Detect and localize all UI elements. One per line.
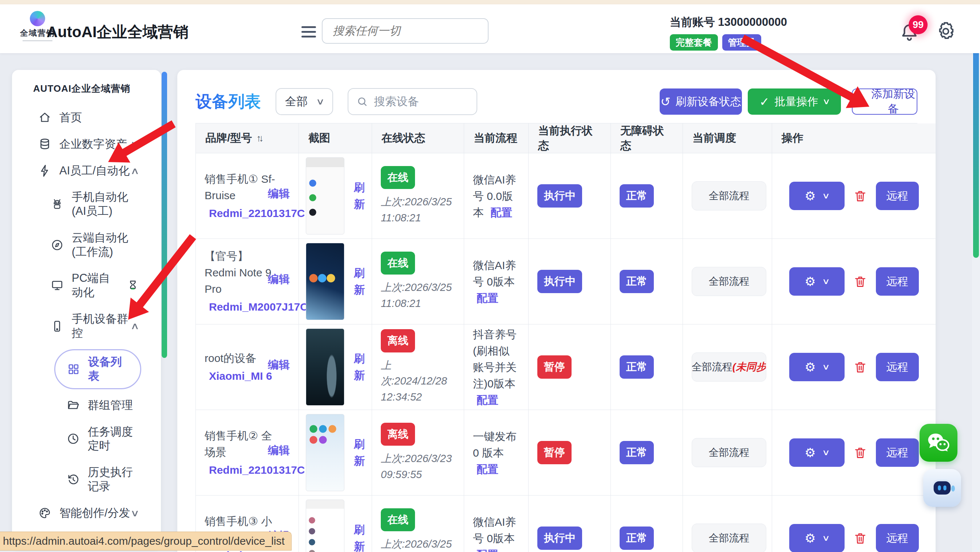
device-brand-cell: 【官号】Redmi Note 9 Pro编辑 Redmi_M2007J17C: [196, 239, 299, 325]
device-brand-cell: root的设备编辑 Xiaomi_MI 6: [196, 325, 299, 410]
configure-flow-link[interactable]: 配置: [477, 394, 498, 406]
schedule-cell: 全部流程: [683, 239, 772, 325]
device-settings-dropdown[interactable]: ⚙∨: [789, 438, 845, 467]
notifications-bell-icon[interactable]: 99: [899, 22, 920, 43]
schedule-select[interactable]: 全部流程: [692, 181, 766, 210]
column-header: 在线状态: [372, 123, 464, 153]
delete-device-icon[interactable]: [853, 360, 867, 375]
sidebar-scrollbar[interactable]: [162, 72, 167, 358]
gear-icon: ⚙: [805, 274, 815, 289]
device-screenshot[interactable]: [306, 157, 344, 234]
configure-flow-link[interactable]: 配置: [490, 207, 512, 218]
remote-control-button[interactable]: 远程: [876, 182, 919, 210]
execution-status-badge: 暂停: [537, 441, 571, 464]
delete-device-icon[interactable]: [853, 188, 867, 204]
operations-cell: ⚙∨ 远程: [772, 239, 936, 325]
sidebar-item-device-list[interactable]: 设备列表: [54, 349, 141, 389]
refresh-screenshot-link[interactable]: 刷新: [354, 265, 365, 299]
device-search-input[interactable]: [374, 95, 461, 108]
edit-device-link[interactable]: 编辑: [268, 271, 290, 287]
sidebar-item-task-schedule[interactable]: 任务调度定时: [12, 419, 161, 460]
device-code-link[interactable]: Redmi_22101317C: [205, 462, 290, 478]
chevron-up-icon: ∧: [130, 320, 140, 332]
execution-status-cell: 执行中: [528, 496, 611, 552]
configure-flow-link[interactable]: 配置: [477, 292, 498, 304]
remote-control-button[interactable]: 远程: [876, 267, 919, 296]
sidebar-item-ai-automation[interactable]: AI员工/自动化 ∧: [12, 157, 161, 184]
device-screenshot[interactable]: [306, 243, 344, 320]
check-icon: ✓: [759, 95, 770, 109]
column-header: 当前流程: [464, 123, 528, 153]
schedule-select[interactable]: 全部流程: [692, 523, 766, 552]
add-device-button[interactable]: ＋添加新设备: [852, 89, 917, 115]
schedule-select[interactable]: 全部流程(未同步: [692, 352, 766, 382]
schedule-cell: 全部流程(未同步: [683, 325, 772, 410]
delete-device-icon[interactable]: [853, 274, 867, 289]
sidebar-item-home[interactable]: 首页: [12, 105, 161, 131]
device-search-box[interactable]: [348, 88, 477, 115]
edit-device-link[interactable]: 编辑: [268, 442, 290, 458]
remote-control-button[interactable]: 远程: [876, 353, 919, 381]
delete-device-icon[interactable]: [853, 445, 867, 460]
execution-status-cell: 执行中: [528, 153, 611, 239]
sidebar-item-phone-automation[interactable]: 手机自动化(AI员工): [12, 184, 161, 225]
device-code-link[interactable]: Redmi_M2007J17C: [205, 299, 290, 315]
device-brand-cell: 销售手机① Sf-Bruise编辑 Redmi_22101317C: [196, 153, 299, 239]
device-settings-dropdown[interactable]: ⚙∨: [789, 524, 845, 552]
refresh-screenshot-link[interactable]: 刷新: [354, 436, 365, 470]
delete-device-icon[interactable]: [853, 531, 867, 546]
settings-gear-icon[interactable]: [935, 21, 956, 41]
execution-status-cell: 暂停: [528, 410, 611, 496]
operations-cell: ⚙∨ 远程: [772, 325, 936, 410]
configure-flow-link[interactable]: 配置: [477, 549, 498, 552]
monitor-icon: [51, 279, 64, 292]
device-list-panel: 设备列表 全部∨ ↺刷新设备状态 ✓批量操作∨ ＋添加新设备 品牌/型号↑↓截图…: [177, 70, 935, 552]
edit-device-link[interactable]: 编辑: [268, 185, 290, 202]
remote-control-button[interactable]: 远程: [876, 438, 919, 467]
role-badge: 管理员: [722, 34, 761, 51]
schedule-select[interactable]: 全部流程: [692, 438, 766, 467]
execution-status-badge: 暂停: [537, 355, 571, 379]
global-search-input[interactable]: [322, 18, 488, 44]
sidebar-item-pc-automation[interactable]: PC端自动化: [12, 265, 161, 306]
device-screenshot-cell: 刷新: [299, 410, 372, 496]
device-filter-select[interactable]: 全部∨: [275, 88, 333, 115]
page-scrollbar-thumb[interactable]: [973, 17, 979, 258]
execution-status-badge: 执行中: [537, 527, 582, 550]
menu-toggle-icon[interactable]: [301, 26, 316, 40]
column-header[interactable]: 品牌/型号↑↓: [196, 123, 299, 153]
ai-assistant-button[interactable]: [923, 469, 961, 507]
device-settings-dropdown[interactable]: ⚙∨: [789, 353, 845, 381]
device-settings-dropdown[interactable]: ⚙∨: [789, 182, 845, 210]
device-settings-dropdown[interactable]: ⚙∨: [789, 267, 845, 296]
refresh-screenshot-link[interactable]: 刷新: [354, 522, 365, 552]
sidebar-item-cloud-automation[interactable]: 云端自动化(工作流): [12, 225, 161, 266]
refresh-device-status-button[interactable]: ↺刷新设备状态: [660, 89, 742, 115]
device-screenshot[interactable]: [306, 500, 344, 552]
sidebar-item-group-management[interactable]: 群组管理: [12, 392, 161, 419]
smartphone-icon: [51, 320, 64, 333]
refresh-screenshot-link[interactable]: 刷新: [354, 179, 365, 213]
device-screenshot[interactable]: [306, 414, 344, 491]
grid-icon: [67, 363, 80, 376]
chevron-down-icon: ∨: [822, 362, 830, 372]
sidebar-item-creation-distribution[interactable]: 智能创作/分发 ∨: [12, 500, 161, 527]
sidebar-item-digital-assets[interactable]: 企业数字资产 ∨: [12, 131, 161, 157]
page-scrollbar[interactable]: [972, 4, 980, 552]
remote-control-button[interactable]: 远程: [876, 524, 919, 552]
sort-icon[interactable]: ↑↓: [256, 132, 261, 144]
device-screenshot[interactable]: [306, 328, 344, 406]
execution-status-badge: 执行中: [537, 270, 582, 293]
configure-flow-link[interactable]: 配置: [477, 463, 498, 475]
schedule-select[interactable]: 全部流程: [692, 267, 766, 296]
last-seen-text: 上次:2024/12/28 12:34:52: [381, 358, 455, 405]
wechat-contact-button[interactable]: [920, 424, 958, 462]
sidebar-item-history-log[interactable]: 历史执行记录: [12, 459, 161, 500]
current-flow-cell: 微信AI养号 0版本 配置: [464, 496, 528, 552]
batch-operations-button[interactable]: ✓批量操作∨: [748, 89, 841, 115]
refresh-screenshot-link[interactable]: 刷新: [354, 350, 365, 384]
edit-device-link[interactable]: 编辑: [268, 356, 290, 373]
sidebar-item-device-group-control[interactable]: 手机设备群控 ∧: [12, 306, 161, 347]
device-code-link[interactable]: Redmi_22101317C: [205, 205, 290, 221]
plus-icon: ＋: [853, 94, 865, 110]
